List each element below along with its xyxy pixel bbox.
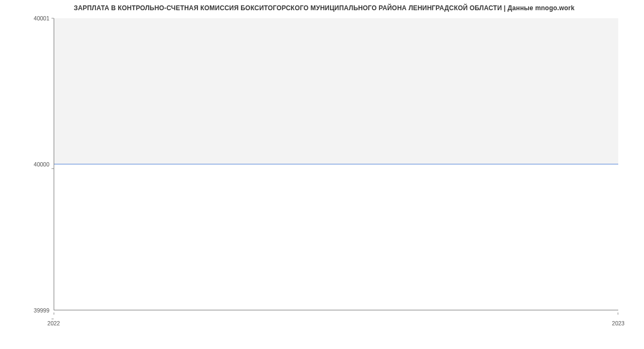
- x-tick-label: 2023: [612, 320, 624, 326]
- salary-chart: ЗАРПЛАТА В КОНТРОЛЬНО-СЧЕТНАЯ КОМИССИЯ Б…: [26, 0, 623, 333]
- plot-background-lower: [54, 164, 618, 310]
- chart-title: ЗАРПЛАТА В КОНТРОЛЬНО-СЧЕТНАЯ КОМИССИЯ Б…: [26, 0, 623, 18]
- x-tick-mark: [54, 312, 54, 315]
- salary-data-line: [54, 164, 618, 165]
- plot-area: [54, 18, 618, 310]
- y-axis: 40001 40000 39999: [26, 18, 53, 310]
- plot-background-upper: [54, 18, 618, 164]
- x-tick-label: 2022: [47, 320, 60, 326]
- y-tick-label: 40000: [34, 161, 49, 168]
- x-axis: 2022 2023: [54, 312, 618, 323]
- y-tick-label: 39999: [34, 307, 49, 314]
- y-tick-label: 40001: [34, 15, 49, 21]
- x-tick-mark: [618, 312, 618, 315]
- plot-wrapper: 40001 40000 39999 2022 2023: [26, 18, 623, 319]
